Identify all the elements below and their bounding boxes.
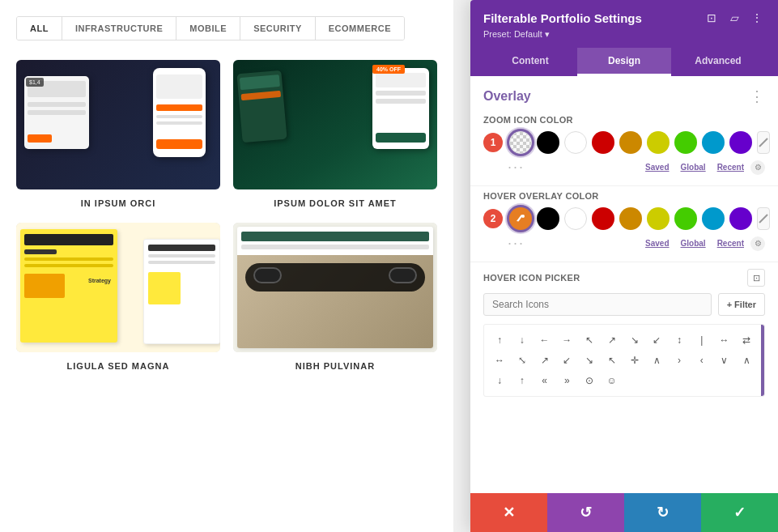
panel-header: Filterable Portfolio Settings ⊡ ▱ ⋮ Pres… [470,0,778,76]
icon-cell-6[interactable]: ↘ [626,331,644,349]
color-swatch-blue-1[interactable] [702,131,725,154]
color-tab-saved-2[interactable]: Saved [640,237,674,249]
icon-cell-16[interactable]: ↘ [580,351,598,369]
icon-cell-0[interactable]: ↑ [491,331,508,349]
portfolio-thumb-2[interactable]: 40% OFF [233,60,437,189]
hover-overlay-color-label: Hover Overlay Color [483,191,765,201]
portfolio-title-4: NIBH PULVINAR [295,360,375,372]
color-swatch-yellow-2[interactable] [647,207,670,230]
tab-advanced[interactable]: Advanced [671,48,765,76]
icon-cell-14[interactable]: ↗ [536,351,554,369]
save-button[interactable]: ✓ [701,493,778,532]
panel-footer: ✕ ↺ ↻ ✓ [470,493,778,532]
panel-preset[interactable]: Preset: Default [483,29,765,40]
icon-filter-button[interactable]: + Filter [718,293,765,316]
icon-picker-header: Hover Icon Picker ⊡ [483,269,765,287]
color-tab-recent-1[interactable]: Recent [712,161,749,173]
color-swatch-white-2[interactable] [564,207,587,230]
icon-cell-2[interactable]: ← [536,331,554,349]
portfolio-title-1: IN IPSUM ORCI [81,198,155,210]
icon-cell-22[interactable]: ∨ [716,351,733,369]
filter-tab-ecommerce[interactable]: ECOMMERCE [316,17,404,40]
icon-cell-9[interactable]: | [693,331,711,349]
icon-cell-13[interactable]: ⤡ [513,351,531,369]
badge-2: 2 [483,209,503,228]
reset-button[interactable]: ↺ [547,493,624,532]
filter-tab-infrastructure[interactable]: INFRASTRUCTURE [62,17,176,40]
expand-icon[interactable]: ⊡ [704,10,720,26]
cancel-button[interactable]: ✕ [470,493,547,532]
icon-cell-28[interactable]: ⊙ [580,372,598,389]
color-tab-recent-2[interactable]: Recent [712,237,749,249]
icon-cell-3[interactable]: → [558,331,576,349]
badge-1: 1 [483,133,503,152]
color-tab-saved-1[interactable]: Saved [640,161,674,173]
icon-cell-4[interactable]: ↖ [580,331,598,349]
overlay-more-icon[interactable]: ⋮ [750,87,765,105]
color-swatch-purple-1[interactable] [729,131,752,154]
icon-cell-25[interactable]: ↑ [513,372,531,389]
icon-cell-27[interactable]: » [558,372,576,389]
color-swatch-transparent[interactable] [509,131,532,154]
color-swatch-white-1[interactable] [564,131,587,154]
icon-cell-12[interactable]: ↔ [491,351,508,369]
tab-design[interactable]: Design [577,48,671,76]
icon-cell-18[interactable]: ✛ [626,351,644,369]
tab-content[interactable]: Content [483,48,577,76]
icon-cell-29[interactable]: ☺ [603,372,621,389]
overlay-title: Overlay [483,89,531,104]
portfolio-thumb-4[interactable] [233,223,437,352]
icon-cell-11[interactable]: ⇄ [738,331,755,349]
icon-cell-15[interactable]: ↙ [558,351,576,369]
color-swatch-purple-2[interactable] [729,207,752,230]
icon-cell-1[interactable]: ↓ [513,331,531,349]
collapse-icon[interactable]: ▱ [726,10,742,26]
icon-cell-17[interactable]: ↖ [603,351,621,369]
color-swatch-black-1[interactable] [537,131,559,154]
color-swatch-red-2[interactable] [592,207,614,230]
color-dots-1[interactable]: ··· [508,159,525,176]
color-swatch-red-1[interactable] [592,131,614,154]
color-swatch-orange-1[interactable] [619,131,642,154]
color-swatch-black-2[interactable] [537,207,559,230]
icon-cell-8[interactable]: ↕ [670,331,688,349]
color-swatch-green-2[interactable] [674,207,697,230]
portfolio-thumb-1[interactable]: $1,4 [16,60,220,189]
filter-tab-security[interactable]: SECURITY [240,17,316,40]
icon-cell-24[interactable]: ↓ [491,372,508,389]
more-icon[interactable]: ⋮ [749,10,765,26]
icon-search-row: + Filter [483,293,765,316]
redo-button[interactable]: ↻ [624,493,701,532]
icon-picker-expand-icon[interactable]: ⊡ [747,269,765,287]
color-swatch-yellow-1[interactable] [647,131,670,154]
color-slash-icon-1[interactable] [757,131,770,154]
svg-point-1 [521,215,525,218]
color-dots-2[interactable]: ··· [508,235,525,252]
portfolio-thumb-3[interactable]: Strategy [16,223,220,352]
icon-cell-5[interactable]: ↗ [603,331,621,349]
filter-tabs: ALL INFRASTRUCTURE MOBILE SECURITY ECOMM… [16,16,405,40]
filter-tab-mobile[interactable]: MOBILE [176,17,240,40]
color-swatch-orange-selected[interactable] [509,207,532,230]
color-swatch-orange-2[interactable] [619,207,642,230]
color-swatch-blue-2[interactable] [702,207,725,230]
icon-cell-20[interactable]: › [670,351,688,369]
color-slash-icon-2[interactable] [757,207,770,230]
color-tab-global-1[interactable]: Global [676,161,711,173]
icon-cell-23[interactable]: ∧ [738,351,755,369]
color-settings-icon-1[interactable]: ⚙ [750,160,765,175]
icon-search-input[interactable] [483,293,712,316]
portfolio-grid: $1,4 IN IPSUM ORCI [16,60,437,373]
icon-cell-10[interactable]: ↔ [716,331,733,349]
zoom-icon-color-setting: Zoom Icon Color 1 [470,110,778,186]
portfolio-title-3: LIGULA SED MAGNA [67,360,170,372]
icon-cell-19[interactable]: ∧ [648,351,665,369]
color-tab-global-2[interactable]: Global [676,237,711,249]
icon-cell-21[interactable]: ‹ [693,351,711,369]
color-swatch-green-1[interactable] [674,131,697,154]
panel-title-icons: ⊡ ▱ ⋮ [704,10,765,26]
color-settings-icon-2[interactable]: ⚙ [750,236,765,251]
icon-cell-7[interactable]: ↙ [648,331,665,349]
filter-tab-all[interactable]: ALL [17,17,62,40]
icon-cell-26[interactable]: « [536,372,554,389]
